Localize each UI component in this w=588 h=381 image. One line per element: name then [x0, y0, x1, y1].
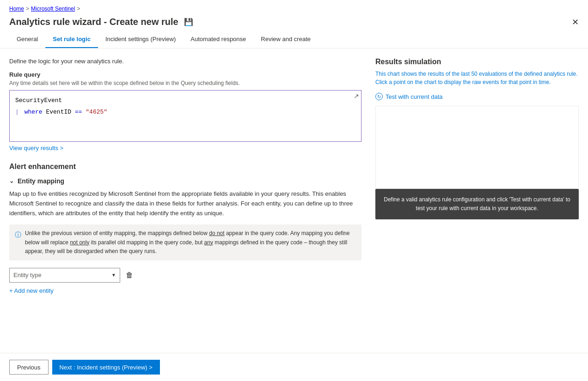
query-field: EventID	[46, 109, 71, 115]
section-description: Define the logic for your new analytics …	[9, 58, 361, 65]
breadcrumb-sep2: >	[77, 6, 80, 12]
save-icon-button[interactable]: 💾	[184, 18, 193, 26]
info-box: ⓘ Unlike the previous version of entity …	[9, 224, 361, 260]
footer: Previous Next : Incident settings (Previ…	[0, 353, 588, 381]
query-op: ==	[75, 109, 82, 115]
view-results-link[interactable]: View query results >	[9, 145, 63, 151]
entity-type-placeholder: Entity type	[13, 272, 42, 278]
next-button[interactable]: Next : Incident settings (Preview) >	[52, 360, 160, 375]
tab-set-rule-logic[interactable]: Set rule logic	[45, 31, 98, 48]
results-simulation-description: This chart shows the results of the last…	[375, 70, 579, 86]
query-text-security-event: SecurityEvent	[15, 97, 62, 104]
query-where-kw: where	[24, 109, 43, 115]
chevron-down-icon: ▼	[111, 272, 116, 278]
query-line-1: SecurityEvent	[15, 95, 355, 107]
tab-automated-response[interactable]: Automated response	[183, 31, 253, 48]
tab-incident-settings[interactable]: Incident settings (Preview)	[98, 31, 183, 48]
tooltip-box: Define a valid analytics rule configurat…	[375, 189, 579, 219]
results-simulation-title: Results simulation	[375, 58, 579, 66]
entity-mapping-description: Map up to five entities recognized by Mi…	[9, 189, 361, 218]
entity-type-dropdown[interactable]: Entity type ▼	[9, 268, 120, 283]
tab-bar: General Set rule logic Incident settings…	[0, 31, 588, 48]
info-text: Unlike the previous version of entity ma…	[25, 229, 356, 256]
entity-mapping-header[interactable]: ⌄ Entity mapping	[9, 177, 361, 185]
test-link-label: Test with current data	[386, 93, 443, 100]
main-content: Define the logic for your new analytics …	[0, 48, 588, 353]
title-bar: Analytics rule wizard - Create new rule …	[0, 15, 588, 31]
delete-entity-button[interactable]: 🗑	[124, 269, 135, 281]
collapse-chevron-icon: ⌄	[9, 178, 14, 184]
previous-button[interactable]: Previous	[9, 360, 49, 375]
add-new-entity-button[interactable]: + Add new entity	[9, 287, 54, 294]
query-line-2: | where EventID == "4625"	[15, 107, 355, 118]
test-with-current-data-link[interactable]: ↻ Test with current data	[375, 93, 579, 100]
tab-general[interactable]: General	[9, 31, 45, 48]
left-panel: Define the logic for your new analytics …	[9, 58, 366, 353]
breadcrumb-home[interactable]: Home	[9, 6, 24, 12]
breadcrumb-sentinel[interactable]: Microsoft Sentinel	[31, 6, 75, 12]
right-panel: Results simulation This chart shows the …	[375, 58, 579, 353]
tab-review-and-create[interactable]: Review and create	[253, 31, 318, 48]
refresh-icon: ↻	[375, 93, 383, 100]
close-button[interactable]: ✕	[572, 17, 579, 27]
entity-mapping-label: Entity mapping	[18, 177, 64, 185]
page-title: Analytics rule wizard - Create new rule	[9, 17, 178, 27]
expand-icon[interactable]: ↗	[354, 92, 359, 100]
add-entity-label: + Add new entity	[9, 287, 54, 294]
breadcrumb-sep1: >	[26, 6, 29, 12]
info-icon: ⓘ	[15, 230, 21, 256]
query-editor-container: SecurityEvent | where EventID == "4625" …	[9, 90, 361, 142]
alert-enhancement-title: Alert enhancement	[9, 163, 361, 171]
query-value: "4625"	[86, 109, 107, 115]
entity-type-row: Entity type ▼ 🗑	[9, 268, 361, 283]
rule-query-label: Rule query	[9, 71, 361, 78]
breadcrumb: Home > Microsoft Sentinel >	[0, 0, 588, 15]
chart-placeholder	[375, 106, 579, 189]
rule-query-sublabel: Any time details set here will be within…	[9, 80, 361, 86]
query-editor-display[interactable]: SecurityEvent | where EventID == "4625"	[10, 91, 361, 141]
pipe-indicator: |	[15, 109, 19, 115]
